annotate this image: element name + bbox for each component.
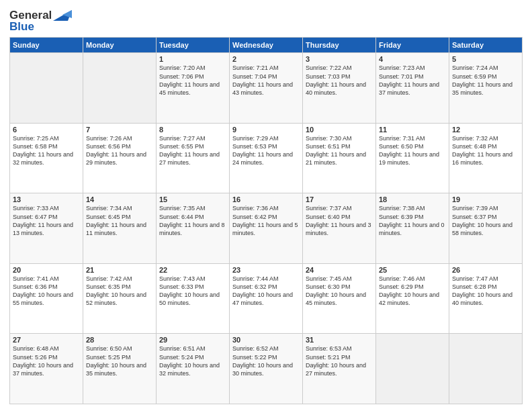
day-number: 29 xyxy=(159,336,226,344)
calendar-cell: 26Sunrise: 7:47 AM Sunset: 6:28 PM Dayli… xyxy=(449,263,523,334)
day-number: 22 xyxy=(159,266,226,274)
calendar-cell: 5Sunrise: 7:24 AM Sunset: 6:59 PM Daylig… xyxy=(449,53,523,124)
logo-blue-text: Blue xyxy=(9,21,72,34)
day-number: 1 xyxy=(159,55,226,63)
day-number: 9 xyxy=(232,126,300,134)
day-info: Sunrise: 7:35 AM Sunset: 6:44 PM Dayligh… xyxy=(159,204,226,237)
day-info: Sunrise: 6:51 AM Sunset: 5:24 PM Dayligh… xyxy=(159,345,226,377)
calendar-cell xyxy=(10,53,83,124)
calendar-cell: 11Sunrise: 7:31 AM Sunset: 6:50 PM Dayli… xyxy=(376,123,449,193)
calendar-week-row: 6Sunrise: 7:25 AM Sunset: 6:58 PM Daylig… xyxy=(10,123,523,193)
header: General Blue xyxy=(9,7,523,33)
day-info: Sunrise: 7:30 AM Sunset: 6:51 PM Dayligh… xyxy=(306,134,373,167)
calendar-cell: 10Sunrise: 7:30 AM Sunset: 6:51 PM Dayli… xyxy=(303,123,376,193)
calendar-cell: 9Sunrise: 7:29 AM Sunset: 6:53 PM Daylig… xyxy=(230,123,303,193)
day-info: Sunrise: 7:37 AM Sunset: 6:40 PM Dayligh… xyxy=(306,204,373,237)
calendar-cell: 14Sunrise: 7:34 AM Sunset: 6:45 PM Dayli… xyxy=(83,193,157,264)
day-info: Sunrise: 7:43 AM Sunset: 6:33 PM Dayligh… xyxy=(159,275,226,308)
column-header-friday: Friday xyxy=(376,38,449,53)
day-info: Sunrise: 7:29 AM Sunset: 6:53 PM Dayligh… xyxy=(232,134,300,167)
calendar-week-row: 13Sunrise: 7:33 AM Sunset: 6:47 PM Dayli… xyxy=(10,193,523,264)
day-info: Sunrise: 7:33 AM Sunset: 6:47 PM Dayligh… xyxy=(13,204,80,237)
calendar-cell: 15Sunrise: 7:35 AM Sunset: 6:44 PM Dayli… xyxy=(157,193,230,264)
day-number: 19 xyxy=(452,195,519,203)
day-number: 12 xyxy=(452,126,519,134)
day-number: 18 xyxy=(379,195,446,203)
day-info: Sunrise: 7:21 AM Sunset: 7:04 PM Dayligh… xyxy=(232,64,300,97)
day-info: Sunrise: 7:39 AM Sunset: 6:37 PM Dayligh… xyxy=(452,204,519,237)
day-info: Sunrise: 7:22 AM Sunset: 7:03 PM Dayligh… xyxy=(306,64,373,97)
calendar-cell xyxy=(449,334,523,404)
calendar-cell xyxy=(376,334,449,404)
day-info: Sunrise: 7:20 AM Sunset: 7:06 PM Dayligh… xyxy=(159,64,226,97)
day-info: Sunrise: 7:25 AM Sunset: 6:58 PM Dayligh… xyxy=(13,134,80,167)
calendar-cell: 19Sunrise: 7:39 AM Sunset: 6:37 PM Dayli… xyxy=(449,193,523,264)
column-header-sunday: Sunday xyxy=(10,38,83,53)
day-number: 28 xyxy=(86,336,153,344)
calendar-cell: 13Sunrise: 7:33 AM Sunset: 6:47 PM Dayli… xyxy=(10,193,83,264)
day-number: 7 xyxy=(86,126,153,134)
day-number: 23 xyxy=(232,266,300,274)
day-number: 10 xyxy=(306,126,373,134)
calendar-cell: 31Sunrise: 6:53 AM Sunset: 5:21 PM Dayli… xyxy=(303,334,376,404)
day-info: Sunrise: 7:31 AM Sunset: 6:50 PM Dayligh… xyxy=(379,134,446,167)
column-header-tuesday: Tuesday xyxy=(157,38,230,53)
column-header-wednesday: Wednesday xyxy=(230,38,303,53)
day-number: 8 xyxy=(159,126,226,134)
calendar-cell: 12Sunrise: 7:32 AM Sunset: 6:48 PM Dayli… xyxy=(449,123,523,193)
day-number: 16 xyxy=(232,195,300,203)
calendar-cell: 4Sunrise: 7:23 AM Sunset: 7:01 PM Daylig… xyxy=(376,53,449,124)
day-info: Sunrise: 7:42 AM Sunset: 6:35 PM Dayligh… xyxy=(86,275,153,308)
calendar-cell: 22Sunrise: 7:43 AM Sunset: 6:33 PM Dayli… xyxy=(157,263,230,334)
calendar-cell: 30Sunrise: 6:52 AM Sunset: 5:22 PM Dayli… xyxy=(230,334,303,404)
calendar-cell: 17Sunrise: 7:37 AM Sunset: 6:40 PM Dayli… xyxy=(303,193,376,264)
day-info: Sunrise: 7:24 AM Sunset: 6:59 PM Dayligh… xyxy=(452,64,519,97)
day-number: 17 xyxy=(306,195,373,203)
day-info: Sunrise: 7:34 AM Sunset: 6:45 PM Dayligh… xyxy=(86,204,153,237)
day-info: Sunrise: 7:38 AM Sunset: 6:39 PM Dayligh… xyxy=(379,204,446,237)
day-number: 6 xyxy=(13,126,80,134)
day-info: Sunrise: 7:26 AM Sunset: 6:56 PM Dayligh… xyxy=(86,134,153,167)
day-number: 31 xyxy=(306,336,373,344)
day-info: Sunrise: 7:36 AM Sunset: 6:42 PM Dayligh… xyxy=(232,204,300,237)
logo-container: General Blue xyxy=(9,9,72,33)
day-info: Sunrise: 7:45 AM Sunset: 6:30 PM Dayligh… xyxy=(306,275,373,308)
calendar-cell: 7Sunrise: 7:26 AM Sunset: 6:56 PM Daylig… xyxy=(83,123,157,193)
calendar-cell: 3Sunrise: 7:22 AM Sunset: 7:03 PM Daylig… xyxy=(303,53,376,124)
day-number: 3 xyxy=(306,55,373,63)
day-info: Sunrise: 6:52 AM Sunset: 5:22 PM Dayligh… xyxy=(232,345,300,377)
day-number: 4 xyxy=(379,55,446,63)
day-number: 26 xyxy=(452,266,519,274)
calendar-header-row: SundayMondayTuesdayWednesdayThursdayFrid… xyxy=(10,38,523,53)
logo-bird-icon xyxy=(53,6,72,21)
calendar-cell: 24Sunrise: 7:45 AM Sunset: 6:30 PM Dayli… xyxy=(303,263,376,334)
day-number: 13 xyxy=(13,195,80,203)
calendar-cell xyxy=(83,53,157,124)
day-number: 15 xyxy=(159,195,226,203)
calendar-cell: 23Sunrise: 7:44 AM Sunset: 6:32 PM Dayli… xyxy=(230,263,303,334)
day-info: Sunrise: 7:32 AM Sunset: 6:48 PM Dayligh… xyxy=(452,134,519,167)
day-number: 21 xyxy=(86,266,153,274)
day-number: 30 xyxy=(232,336,300,344)
calendar-week-row: 1Sunrise: 7:20 AM Sunset: 7:06 PM Daylig… xyxy=(10,53,523,124)
calendar-cell: 1Sunrise: 7:20 AM Sunset: 7:06 PM Daylig… xyxy=(157,53,230,124)
day-number: 14 xyxy=(86,195,153,203)
day-number: 11 xyxy=(379,126,446,134)
day-info: Sunrise: 7:47 AM Sunset: 6:28 PM Dayligh… xyxy=(452,275,519,308)
calendar-cell: 20Sunrise: 7:41 AM Sunset: 6:36 PM Dayli… xyxy=(10,263,83,334)
day-number: 2 xyxy=(232,55,300,63)
column-header-saturday: Saturday xyxy=(449,38,523,53)
day-info: Sunrise: 7:23 AM Sunset: 7:01 PM Dayligh… xyxy=(379,64,446,97)
day-info: Sunrise: 7:27 AM Sunset: 6:55 PM Dayligh… xyxy=(159,134,226,167)
day-number: 24 xyxy=(306,266,373,274)
day-number: 27 xyxy=(13,336,80,344)
calendar-week-row: 20Sunrise: 7:41 AM Sunset: 6:36 PM Dayli… xyxy=(10,263,523,334)
day-number: 25 xyxy=(379,266,446,274)
calendar-cell: 25Sunrise: 7:46 AM Sunset: 6:29 PM Dayli… xyxy=(376,263,449,334)
day-info: Sunrise: 7:41 AM Sunset: 6:36 PM Dayligh… xyxy=(13,275,80,308)
calendar-cell: 27Sunrise: 6:48 AM Sunset: 5:26 PM Dayli… xyxy=(10,334,83,404)
calendar-cell: 18Sunrise: 7:38 AM Sunset: 6:39 PM Dayli… xyxy=(376,193,449,264)
day-info: Sunrise: 7:46 AM Sunset: 6:29 PM Dayligh… xyxy=(379,275,446,308)
day-number: 20 xyxy=(13,266,80,274)
day-info: Sunrise: 6:48 AM Sunset: 5:26 PM Dayligh… xyxy=(13,345,80,377)
